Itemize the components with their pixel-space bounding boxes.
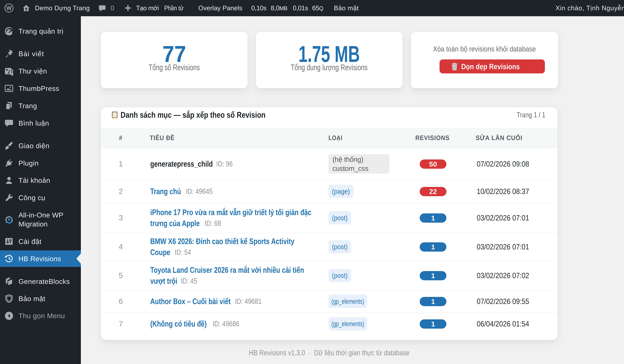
svg-text:W: W — [6, 5, 12, 11]
